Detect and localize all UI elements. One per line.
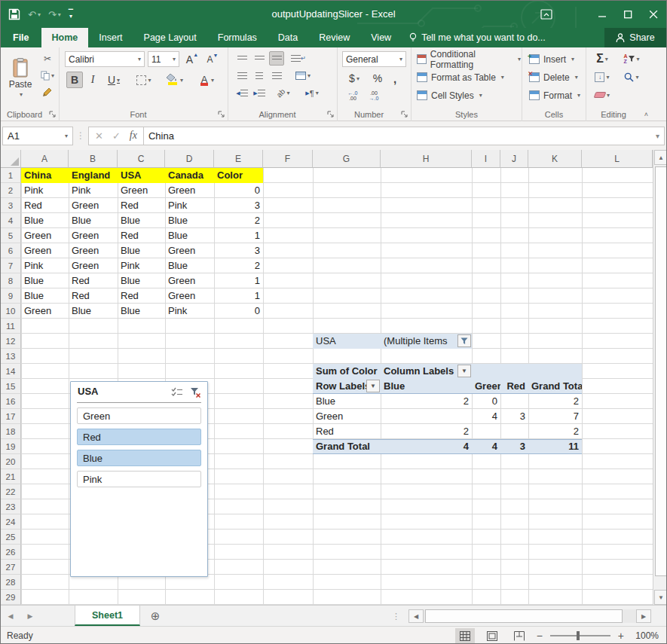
cell-D7[interactable]: Blue	[165, 258, 214, 273]
tab-review[interactable]: Review	[308, 28, 360, 47]
insert-function-button[interactable]: fx	[130, 130, 137, 142]
undo-button[interactable]: ↶▾	[28, 9, 41, 20]
pivot-col-header-green[interactable]: Green	[472, 379, 500, 394]
align-left-button[interactable]	[234, 69, 249, 83]
cell-B4[interactable]: Blue	[69, 213, 118, 228]
pivot-row-label-red[interactable]: Red	[313, 424, 381, 439]
cell-D10[interactable]: Pink	[165, 304, 214, 319]
cell-E6[interactable]: 3	[214, 243, 263, 258]
cell-B9[interactable]: Red	[69, 288, 118, 304]
row-header-25[interactable]: 25	[1, 530, 21, 545]
increase-decimal-button[interactable]: ←.0.00	[344, 89, 362, 102]
tab-file[interactable]: File	[1, 28, 41, 47]
slicer-header[interactable]: USA	[71, 382, 207, 401]
decrease-indent-button[interactable]: ◀	[234, 86, 249, 100]
cell-B2[interactable]: Pink	[69, 183, 118, 198]
cell-A10[interactable]: Green	[21, 304, 69, 319]
cell-A4[interactable]: Blue	[21, 213, 69, 228]
column-header-g[interactable]: G	[313, 150, 381, 168]
sheet-nav-left-arrow[interactable]: ◀	[1, 606, 20, 626]
column-header-c[interactable]: C	[118, 150, 165, 168]
collapse-ribbon-button[interactable]: ˄	[644, 111, 648, 118]
zoom-slider-thumb[interactable]	[577, 631, 580, 640]
column-header-d[interactable]: D	[165, 150, 214, 168]
cell-D2[interactable]: Green	[165, 183, 214, 198]
row-header-28[interactable]: 28	[1, 575, 21, 590]
number-format-combo[interactable]: General▾	[342, 51, 406, 67]
pivot-grand-total-value[interactable]: 3	[500, 439, 528, 454]
row-header-12[interactable]: 12	[1, 334, 21, 349]
row-header-8[interactable]: 8	[1, 273, 21, 288]
font-size-combo[interactable]: 11▾	[148, 51, 179, 67]
row-header-15[interactable]: 15	[1, 379, 21, 394]
tab-data[interactable]: Data	[268, 28, 308, 47]
cell-C1[interactable]: USA	[118, 168, 165, 183]
redo-button[interactable]: ↷▾	[48, 9, 61, 20]
increase-indent-button[interactable]: ▶	[252, 86, 267, 100]
row-header-27[interactable]: 27	[1, 560, 21, 575]
horizontal-scrollbar[interactable]: ◀ ▶	[408, 609, 651, 623]
scroll-left-button[interactable]: ◀	[408, 609, 424, 623]
tab-page-layout[interactable]: Page Layout	[133, 28, 207, 47]
horizontal-scroll-thumb[interactable]	[425, 609, 623, 623]
row-header-29[interactable]: 29	[1, 590, 21, 605]
row-header-24[interactable]: 24	[1, 514, 21, 530]
row-header-3[interactable]: 3	[1, 198, 21, 213]
column-header-h[interactable]: H	[381, 150, 472, 168]
scroll-down-button[interactable]: ▼	[654, 590, 667, 605]
cell-C9[interactable]: Red	[118, 288, 165, 304]
bottom-align-button[interactable]	[269, 51, 284, 66]
save-button[interactable]	[8, 8, 20, 20]
orientation-button[interactable]: ab▾	[272, 86, 295, 100]
zoom-slider[interactable]	[550, 635, 610, 636]
top-align-button[interactable]	[234, 51, 249, 66]
cell-C5[interactable]: Red	[118, 228, 165, 243]
row-header-1[interactable]: 1	[1, 168, 21, 183]
pivot-value-cell[interactable]: 7	[528, 409, 582, 424]
text-direction-button[interactable]: ▶¶▾	[301, 86, 323, 100]
row-header-11[interactable]: 11	[1, 319, 21, 334]
cell-A8[interactable]: Blue	[21, 273, 69, 288]
cell-A5[interactable]: Green	[21, 228, 69, 243]
ribbon-display-options-button[interactable]	[534, 1, 559, 28]
cell-B3[interactable]: Green	[69, 198, 118, 213]
expand-formula-bar-button[interactable]: ▾	[656, 132, 659, 140]
cell-C10[interactable]: Blue	[118, 304, 165, 319]
cell-B7[interactable]: Green	[69, 258, 118, 273]
row-header-23[interactable]: 23	[1, 499, 21, 514]
percent-button[interactable]: %	[369, 71, 386, 86]
pivot-col-header-blue[interactable]: Blue	[381, 379, 472, 394]
row-header-7[interactable]: 7	[1, 258, 21, 273]
cell-A2[interactable]: Pink	[21, 183, 69, 198]
cut-button[interactable]: ✂	[40, 52, 55, 66]
sheet-nav-right-arrow[interactable]: ▶	[20, 606, 40, 626]
decrease-decimal-button[interactable]: .00→.0	[365, 89, 383, 102]
cell-D5[interactable]: Blue	[165, 228, 214, 243]
column-header-i[interactable]: I	[472, 150, 500, 168]
cell-C3[interactable]: Red	[118, 198, 165, 213]
cell-E7[interactable]: 2	[214, 258, 263, 273]
cell-C2[interactable]: Green	[118, 183, 165, 198]
pivot-value-cell[interactable]: 2	[528, 394, 582, 409]
borders-button[interactable]: ▾	[131, 72, 157, 88]
cell-A1[interactable]: China	[21, 168, 69, 183]
cell-E8[interactable]: 1	[214, 273, 263, 288]
close-button[interactable]	[641, 1, 666, 28]
cell-D1[interactable]: Canada	[165, 168, 214, 183]
minimize-button[interactable]	[589, 1, 615, 28]
row-header-6[interactable]: 6	[1, 243, 21, 258]
pivot-value-cell[interactable]: 2	[381, 394, 472, 409]
pivot-row-label-green[interactable]: Green	[313, 409, 381, 424]
bold-button[interactable]: B	[66, 72, 83, 88]
cell-D8[interactable]: Green	[165, 273, 214, 288]
font-name-combo[interactable]: Calibri▾	[65, 51, 145, 67]
align-center-button[interactable]	[252, 69, 267, 83]
row-header-5[interactable]: 5	[1, 228, 21, 243]
cell-E5[interactable]: 1	[214, 228, 263, 243]
row-header-14[interactable]: 14	[1, 364, 21, 379]
cell-C4[interactable]: Blue	[118, 213, 165, 228]
conditional-formatting-button[interactable]: Conditional Formatting▾	[416, 52, 522, 66]
fill-color-button[interactable]: ▾	[161, 72, 188, 88]
paste-button[interactable]: Paste ▾	[5, 50, 36, 105]
cell-A9[interactable]: Blue	[21, 288, 69, 304]
